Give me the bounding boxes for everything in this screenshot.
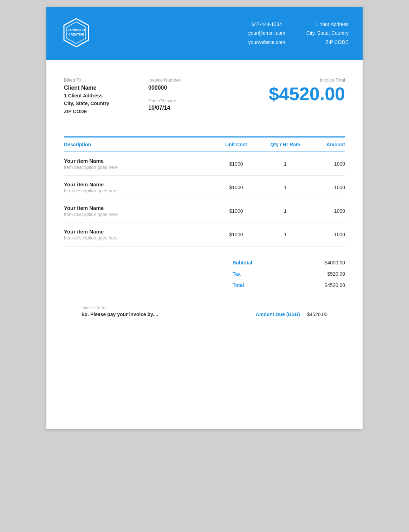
- item-name-3: Your item Name: [64, 229, 212, 235]
- row-amount-3: 1000: [310, 232, 345, 237]
- totals-table: Subtotal $4000.00 Tax $520.00 Total $452…: [233, 257, 345, 291]
- contact-block: 647-444-1234 your@email.com yourwebsite.…: [248, 20, 285, 47]
- table-rows-container: Your item Name Item description goes her…: [64, 152, 345, 246]
- client-zip: ZIP CODE: [64, 108, 148, 115]
- contact-email: your@email.com: [248, 29, 285, 38]
- col-header-unit-cost: Unit Cost: [212, 142, 261, 147]
- row-qty-1: 1: [261, 185, 310, 190]
- tax-row: Tax $520.00: [233, 268, 345, 280]
- row-amount-2: 1000: [310, 208, 345, 214]
- item-desc-0: Item description goes here: [64, 165, 212, 170]
- subtotal-value: $4000.00: [325, 260, 345, 265]
- invoice-page: EXPRESSO CREATIVE 647-444-1234 your@emai…: [46, 7, 363, 429]
- total-value: $4520.00: [325, 282, 345, 288]
- row-qty-3: 1: [261, 232, 310, 237]
- footer-section: Invoice Terms Ex. Please pay your invoic…: [64, 298, 345, 331]
- address-line1: 1 Your Address: [306, 20, 349, 29]
- row-unit-cost-3: $1000: [212, 232, 261, 237]
- col-header-amount: Amount: [310, 142, 345, 147]
- row-description-1: Your item Name Item description goes her…: [64, 181, 212, 193]
- logo-hexagon-icon: EXPRESSO CREATIVE: [60, 17, 92, 49]
- tax-label: Tax: [233, 271, 241, 277]
- row-unit-cost-1: $1000: [212, 185, 261, 190]
- row-description-0: Your item Name Item description goes her…: [64, 158, 212, 170]
- billing-section: Billed To Client Name 1 Client Address C…: [46, 60, 363, 126]
- row-description-2: Your item Name Item description goes her…: [64, 205, 212, 217]
- row-amount-1: 1000: [310, 185, 345, 190]
- row-qty-0: 1: [261, 161, 310, 167]
- col-header-qty: Qty / Hr Rate: [261, 142, 310, 147]
- amount-due-block: Amount Due (USD) $4520.00: [256, 312, 327, 317]
- item-name-1: Your item Name: [64, 181, 212, 187]
- invoice-meta-block: Invoice Number 000000 Date Of Issue 10/0…: [148, 77, 226, 111]
- address-line2: City, State, Country: [306, 29, 349, 38]
- row-amount-0: 1000: [310, 161, 345, 167]
- contact-website: yourwebsite.com: [248, 38, 285, 47]
- total-row: Total $4520.00: [233, 280, 345, 291]
- invoice-header: EXPRESSO CREATIVE 647-444-1234 your@emai…: [46, 7, 363, 60]
- client-address2: City, State, Country: [64, 100, 148, 107]
- invoice-number-value: 000000: [148, 85, 226, 91]
- date-value: 10/07/14: [148, 105, 226, 111]
- table-row: Your item Name Item description goes her…: [64, 199, 345, 223]
- svg-text:CREATIVE: CREATIVE: [69, 33, 84, 36]
- table-row: Your item Name Item description goes her…: [64, 176, 345, 199]
- col-header-description: Description: [64, 142, 212, 147]
- contact-phone: 647-444-1234: [248, 20, 285, 29]
- table-header-row: Description Unit Cost Qty / Hr Rate Amou…: [64, 136, 345, 152]
- invoice-total-amount: $4520.00: [226, 84, 345, 104]
- client-name: Client Name: [64, 85, 148, 91]
- client-address1: 1 Client Address: [64, 92, 148, 100]
- terms-label: Invoice Terms: [82, 305, 256, 310]
- item-desc-2: Item description goes here: [64, 212, 212, 217]
- table-row: Your item Name Item description goes her…: [64, 223, 345, 246]
- row-unit-cost-0: $1000: [212, 161, 261, 167]
- item-name-0: Your item Name: [64, 158, 212, 164]
- address-line3: ZIP CODE: [306, 38, 349, 47]
- table-row: Your item Name Item description goes her…: [64, 152, 345, 176]
- row-unit-cost-2: $1000: [212, 208, 261, 214]
- subtotal-row: Subtotal $4000.00: [233, 257, 345, 268]
- item-name-2: Your item Name: [64, 205, 212, 211]
- amount-due-value: $4520.00: [307, 312, 327, 317]
- item-desc-1: Item description goes here: [64, 188, 212, 193]
- billed-to-block: Billed To Client Name 1 Client Address C…: [64, 77, 148, 115]
- date-label: Date Of Issue: [148, 98, 226, 103]
- amount-due-label: Amount Due (USD): [256, 312, 300, 317]
- invoice-total-block: Invoice Total $4520.00: [226, 77, 345, 104]
- address-block: 1 Your Address City, State, Country ZIP …: [306, 20, 349, 47]
- item-desc-3: Item description goes here: [64, 235, 212, 241]
- billed-to-label: Billed To: [64, 77, 148, 83]
- totals-section: Subtotal $4000.00 Tax $520.00 Total $452…: [46, 246, 363, 298]
- row-qty-2: 1: [261, 208, 310, 214]
- tax-value: $520.00: [327, 271, 345, 277]
- logo-area: EXPRESSO CREATIVE: [60, 17, 92, 50]
- invoice-number-label: Invoice Number: [148, 77, 226, 83]
- invoice-table: Description Unit Cost Qty / Hr Rate Amou…: [46, 136, 363, 246]
- terms-text: Ex. Please pay your invoice by....: [82, 312, 256, 317]
- total-label: Total: [233, 282, 244, 288]
- svg-text:EXPRESSO: EXPRESSO: [67, 28, 85, 32]
- invoice-total-label: Invoice Total: [226, 77, 345, 83]
- subtotal-label: Subtotal: [233, 260, 252, 265]
- terms-block: Invoice Terms Ex. Please pay your invoic…: [82, 305, 256, 317]
- row-description-3: Your item Name Item description goes her…: [64, 229, 212, 241]
